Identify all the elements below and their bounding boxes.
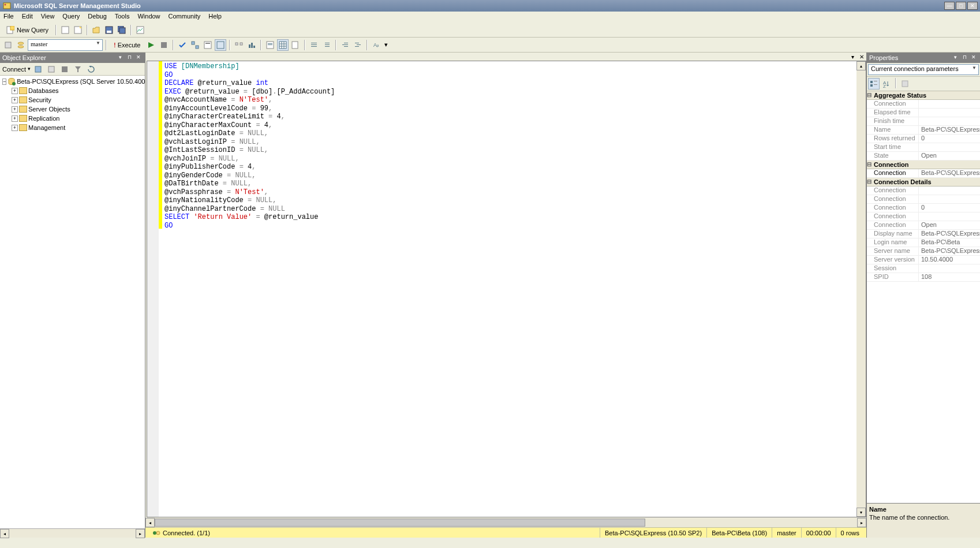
tree-node-server[interactable]: − Beta-PC\SQLExpress (SQL Server 10.50.4…	[1, 77, 144, 86]
include-plan-button[interactable]	[233, 39, 245, 51]
scroll-down-button[interactable]: ▾	[856, 508, 866, 517]
panel-dropdown-button[interactable]: ▾	[116, 54, 124, 61]
alphabetical-button[interactable]: AZ	[881, 78, 892, 90]
menu-help[interactable]: Help	[208, 13, 222, 21]
tree-node-management[interactable]: +Management	[1, 123, 144, 132]
prop-row[interactable]: NameBeta-PC\SQLExpress	[867, 126, 980, 135]
properties-selector[interactable]: Current connection parameters	[868, 64, 979, 75]
oe-scrollbar[interactable]: ◂ ▸	[0, 528, 145, 538]
toolbar-options-button[interactable]: ▾	[383, 39, 389, 51]
oe-disconnect-button[interactable]	[46, 64, 57, 75]
cancel-button[interactable]	[158, 39, 170, 51]
open-button[interactable]	[91, 24, 102, 36]
prop-row[interactable]: SPID108	[867, 273, 980, 282]
increase-indent-button[interactable]	[352, 39, 364, 51]
tree-node-replication[interactable]: +Replication	[1, 114, 144, 123]
object-explorer-tree[interactable]: − Beta-PC\SQLExpress (SQL Server 10.50.4…	[0, 76, 145, 528]
expander-icon[interactable]: +	[12, 115, 18, 122]
vertical-scrollbar[interactable]: ▴ ▾	[856, 61, 866, 517]
categorized-button[interactable]	[868, 78, 880, 90]
prop-row[interactable]: Connection nameBeta-PC\SQLExpress (Be	[867, 169, 980, 178]
database-combo[interactable]: master	[28, 39, 103, 51]
connect-button[interactable]: Connect	[2, 66, 31, 73]
prop-row[interactable]: Connection elapsed	[867, 187, 980, 195]
scroll-left-button[interactable]: ◂	[0, 529, 9, 538]
comment-button[interactable]	[308, 39, 320, 51]
scroll-right-button[interactable]: ▸	[136, 529, 145, 538]
menu-view[interactable]: View	[41, 13, 55, 21]
tree-node-security[interactable]: +Security	[1, 95, 144, 105]
intellisense-button[interactable]	[215, 39, 226, 51]
menu-tools[interactable]: Tools	[115, 13, 130, 21]
parse-button[interactable]	[177, 39, 188, 51]
panel-close-button[interactable]: ✕	[970, 54, 978, 61]
decrease-indent-button[interactable]	[339, 39, 351, 51]
prop-row[interactable]: Display nameBeta-PC\SQLExpress	[867, 230, 980, 238]
menu-window[interactable]: Window	[137, 13, 160, 21]
prop-row[interactable]: Connection finish ti	[867, 195, 980, 204]
results-text-button[interactable]	[264, 39, 276, 51]
results-file-button[interactable]	[290, 39, 301, 51]
save-all-button[interactable]	[116, 24, 128, 36]
prop-row[interactable]: Rows returned0	[867, 135, 980, 143]
prop-row[interactable]: Connection stateOpen	[867, 221, 980, 230]
property-pages-button[interactable]	[899, 78, 911, 90]
menu-query[interactable]: Query	[62, 13, 80, 21]
menu-edit[interactable]: Edit	[22, 13, 33, 21]
change-connection-button[interactable]	[2, 39, 14, 51]
expander-icon[interactable]: +	[12, 97, 18, 103]
prop-row[interactable]: Session Tracing ID	[867, 264, 980, 273]
display-plan-button[interactable]	[189, 39, 201, 51]
prop-row[interactable]: Server nameBeta-PC\SQLExpress	[867, 247, 980, 256]
uncomment-button[interactable]	[321, 39, 332, 51]
minimize-button[interactable]: —	[944, 2, 955, 10]
maximize-button[interactable]: □	[956, 2, 966, 10]
oe-stop-button[interactable]	[59, 64, 70, 75]
results-grid-button[interactable]	[277, 39, 289, 51]
scroll-left-button[interactable]: ◂	[145, 518, 155, 527]
prop-row[interactable]: Connection failures	[867, 100, 980, 109]
expander-icon[interactable]: +	[12, 88, 18, 94]
prop-row[interactable]: Connection start tin	[867, 213, 980, 221]
panel-pin-button[interactable]: ⊓	[960, 54, 968, 61]
oe-refresh-button[interactable]	[85, 64, 97, 75]
prop-category[interactable]: Connection Details	[867, 178, 980, 187]
prop-row[interactable]: StateOpen	[867, 152, 980, 161]
expander-icon[interactable]: +	[12, 106, 18, 113]
prop-row[interactable]: Elapsed time	[867, 109, 980, 117]
prop-row[interactable]: Server version10.50.4000	[867, 256, 980, 264]
prop-category[interactable]: Aggregate Status	[867, 91, 980, 100]
panel-pin-button[interactable]: ⊓	[125, 54, 133, 61]
scroll-up-button[interactable]: ▴	[856, 61, 866, 70]
scroll-thumb[interactable]	[155, 519, 645, 527]
scroll-right-button[interactable]: ▸	[857, 518, 866, 527]
query-options-button[interactable]	[202, 39, 214, 51]
panel-close-button[interactable]: ✕	[134, 54, 143, 61]
activity-monitor-button[interactable]	[134, 24, 146, 36]
editor-dropdown-button[interactable]: ▾	[849, 54, 856, 60]
execute-button[interactable]: ! Execute	[110, 40, 144, 50]
expander-icon[interactable]: −	[2, 79, 6, 85]
new-query-button[interactable]: New Query	[2, 24, 53, 36]
save-button[interactable]	[103, 24, 115, 36]
include-stats-button[interactable]	[246, 39, 257, 51]
tree-node-server-objects[interactable]: +Server Objects	[1, 105, 144, 114]
menu-file[interactable]: File	[3, 13, 14, 21]
horizontal-scrollbar[interactable]: ◂ ▸	[145, 518, 866, 527]
sql-editor[interactable]: USE [DNMembership] GO DECLARE @return_va…	[162, 61, 856, 517]
properties-grid[interactable]: Aggregate StatusConnection failuresElaps…	[867, 91, 980, 503]
debug-button[interactable]	[145, 39, 157, 51]
prop-category[interactable]: Connection	[867, 161, 980, 169]
menu-debug[interactable]: Debug	[88, 13, 106, 21]
tree-node-databases[interactable]: +Databases	[1, 86, 144, 95]
menu-community[interactable]: Community	[169, 13, 201, 21]
expander-icon[interactable]: +	[12, 125, 18, 131]
specify-template-button[interactable]: Aᵦ	[371, 39, 382, 51]
prop-row[interactable]: Start time	[867, 143, 980, 152]
new-button[interactable]	[72, 24, 84, 36]
prop-row[interactable]: Connection rows re0	[867, 204, 980, 213]
editor-close-button[interactable]: ✕	[858, 54, 865, 60]
panel-dropdown-button[interactable]: ▾	[951, 54, 959, 61]
oe-connect-icon[interactable]	[32, 64, 44, 75]
new-project-button[interactable]	[59, 24, 71, 36]
